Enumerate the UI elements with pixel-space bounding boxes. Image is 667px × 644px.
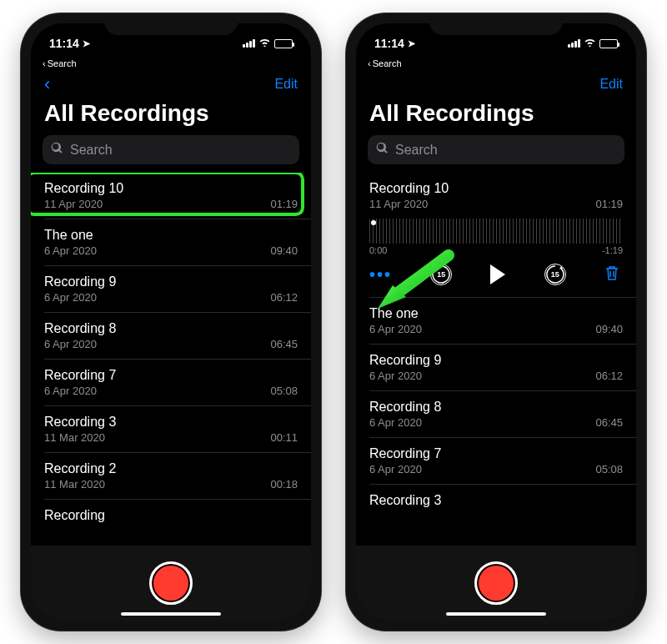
list-item[interactable]: Recording <box>44 500 311 533</box>
back-button[interactable]: ‹ <box>39 73 55 95</box>
recording-list: Recording 10 11 Apr 2020 01:19 0:00 -1:1… <box>356 173 636 546</box>
recording-list: Recording 10 11 Apr 202001:19 The one 6 … <box>31 173 311 546</box>
list-item[interactable]: Recording 7 6 Apr 202005:08 <box>369 438 636 485</box>
chevron-left-icon: ‹ <box>368 58 371 68</box>
page-title: All Recordings <box>356 98 636 135</box>
location-icon: ➤ <box>408 38 415 49</box>
search-placeholder: Search <box>70 143 113 158</box>
chevron-left-icon: ‹ <box>43 58 46 68</box>
list-item[interactable]: The one 6 Apr 202009:40 <box>369 298 636 345</box>
list-item[interactable]: Recording 9 6 Apr 202006:12 <box>44 266 311 313</box>
signal-icon <box>243 39 255 48</box>
home-indicator[interactable] <box>121 612 221 616</box>
wifi-icon <box>258 38 271 49</box>
elapsed-time: 0:00 <box>369 245 387 255</box>
bottom-bar <box>31 546 311 621</box>
status-time: 11:14 <box>49 37 79 50</box>
list-item[interactable]: Recording 10 11 Apr 202001:19 <box>44 173 311 219</box>
list-item[interactable]: Recording 2 11 Mar 202000:18 <box>44 453 311 500</box>
record-button[interactable] <box>474 561 518 605</box>
search-input[interactable]: Search <box>43 135 299 164</box>
phone-right: 11:14 ➤ ‹ Search ‹ Edit All Recordings <box>346 13 646 631</box>
search-placeholder: Search <box>395 143 438 158</box>
page-title: All Recordings <box>31 98 311 135</box>
skip-forward-button[interactable]: 15 <box>544 264 566 285</box>
nav-bar: ‹ Edit <box>31 68 311 98</box>
list-item[interactable]: Recording 3 <box>369 485 636 518</box>
skip-back-button[interactable]: 15 <box>430 264 452 285</box>
list-item[interactable]: Recording 3 11 Mar 202000:11 <box>44 406 311 453</box>
back-to-search[interactable]: ‹ Search <box>31 57 311 68</box>
list-item[interactable]: Recording 8 6 Apr 202006:45 <box>369 391 636 438</box>
battery-icon <box>599 39 618 48</box>
delete-button[interactable] <box>604 264 619 285</box>
bottom-bar <box>356 546 636 621</box>
more-options-button[interactable]: ••• <box>369 265 392 284</box>
expanded-recording[interactable]: Recording 10 11 Apr 2020 01:19 0:00 -1:1… <box>369 173 636 298</box>
search-icon <box>376 142 389 158</box>
status-time: 11:14 <box>374 37 404 50</box>
record-button[interactable] <box>149 561 193 605</box>
notch <box>104 13 238 35</box>
wifi-icon <box>584 38 596 49</box>
battery-icon <box>274 39 293 48</box>
play-button[interactable] <box>490 264 505 284</box>
notch <box>429 13 563 35</box>
list-item[interactable]: The one 6 Apr 202009:40 <box>44 219 311 266</box>
list-item[interactable]: Recording 9 6 Apr 202006:12 <box>369 345 636 391</box>
nav-bar: ‹ Edit <box>356 68 636 98</box>
edit-button[interactable]: Edit <box>599 77 623 92</box>
playback-controls: ••• 15 15 <box>369 264 623 285</box>
list-item[interactable]: Recording 8 6 Apr 202006:45 <box>44 313 311 360</box>
location-icon: ➤ <box>83 38 90 49</box>
signal-icon <box>568 39 580 48</box>
search-input[interactable]: Search <box>368 135 624 164</box>
edit-button[interactable]: Edit <box>274 77 298 92</box>
list-item[interactable]: Recording 7 6 Apr 202005:08 <box>44 360 311 406</box>
screen-left: 11:14 ➤ ‹ Search ‹ Edit All Recordings <box>31 23 311 621</box>
search-icon <box>51 142 63 158</box>
back-to-search[interactable]: ‹ Search <box>356 57 636 68</box>
playback-scrubber[interactable] <box>369 219 623 244</box>
screen-right: 11:14 ➤ ‹ Search ‹ Edit All Recordings <box>356 23 636 621</box>
phone-left: 11:14 ➤ ‹ Search ‹ Edit All Recordings <box>21 13 321 631</box>
home-indicator[interactable] <box>446 612 546 616</box>
remaining-time: -1:19 <box>602 245 623 255</box>
